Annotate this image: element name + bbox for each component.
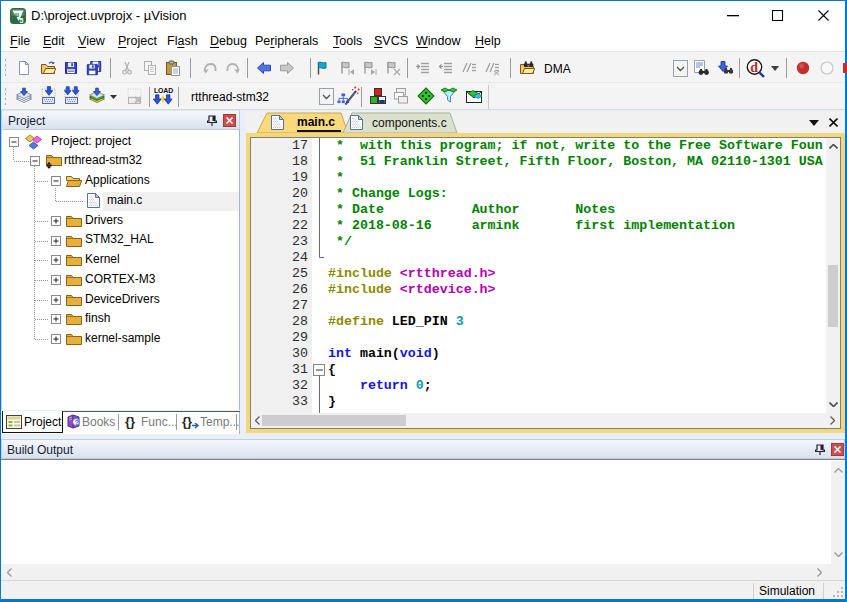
svg-text:5: 5 <box>20 17 24 24</box>
svg-text:µ: µ <box>15 11 19 19</box>
